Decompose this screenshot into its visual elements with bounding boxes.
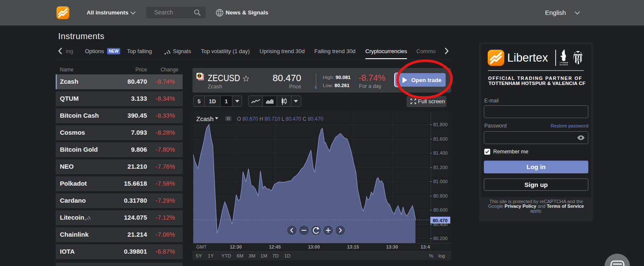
svg-text:13:00: 13:00 [308, 244, 320, 249]
svg-text:1D: 1D [284, 253, 291, 258]
svg-text:7D: 7D [272, 253, 279, 258]
svg-text:12:30: 12:30 [230, 244, 242, 249]
svg-text:GMT: GMT [196, 244, 207, 249]
svg-text:YTD: YTD [221, 253, 231, 258]
svg-text:1M: 1M [260, 253, 267, 258]
svg-text:81.200: 81.200 [433, 165, 448, 170]
svg-text:81.400: 81.400 [433, 150, 448, 156]
svg-text:log: log [438, 253, 445, 258]
svg-text:80.200: 80.200 [433, 236, 448, 241]
svg-text:13:4: 13:4 [421, 244, 430, 249]
svg-text:80.470: 80.470 [432, 218, 447, 223]
svg-text:3M: 3M [249, 253, 255, 258]
svg-text:1Y: 1Y [208, 253, 214, 258]
svg-text:HOTSPUR: HOTSPUR [559, 64, 568, 66]
svg-text:13:30: 13:30 [386, 244, 398, 249]
svg-text:12:45: 12:45 [269, 244, 281, 249]
svg-text:5Y: 5Y [196, 253, 202, 258]
svg-text:13:15: 13:15 [347, 244, 359, 249]
svg-text:81.000: 81.000 [433, 179, 448, 184]
svg-text:80.600: 80.600 [433, 207, 448, 212]
svg-text:Zcash: Zcash [196, 115, 214, 122]
svg-text:O 80.670 H 80.710: O 80.670 H 80.710 L 80.470 C 80.470 [237, 116, 323, 122]
svg-text:%: % [429, 253, 433, 258]
svg-text:80.800: 80.800 [433, 193, 448, 198]
svg-text:6M: 6M [237, 253, 243, 258]
svg-text:81.600: 81.600 [433, 136, 448, 141]
svg-text:81.800: 81.800 [433, 122, 448, 127]
